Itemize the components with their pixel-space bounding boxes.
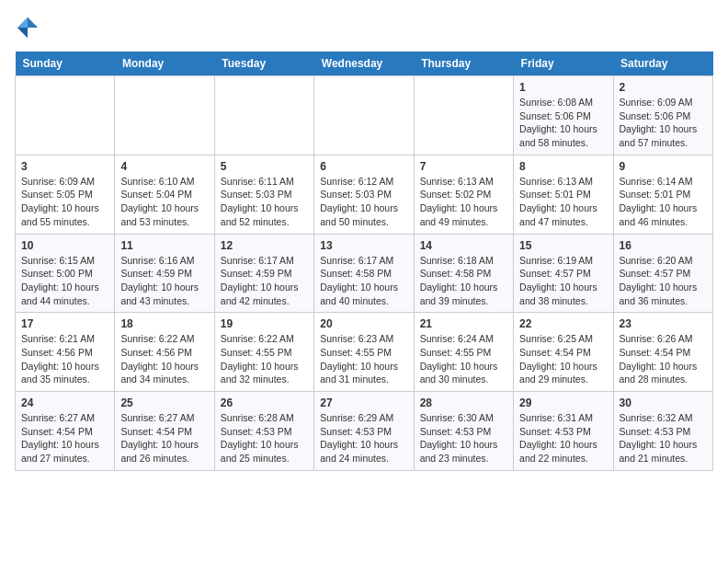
calendar-day-cell: 8Sunrise: 6:13 AMSunset: 5:01 PMDaylight…: [514, 155, 613, 234]
svg-marker-2: [17, 28, 28, 38]
day-number: 30: [620, 396, 707, 409]
day-number: 6: [320, 160, 407, 173]
day-info: Sunrise: 6:13 AMSunset: 5:02 PMDaylight:…: [420, 175, 507, 229]
weekday-header-cell: Thursday: [414, 52, 513, 76]
day-info: Sunrise: 6:27 AMSunset: 4:54 PMDaylight:…: [21, 411, 108, 465]
day-info: Sunrise: 6:28 AMSunset: 4:53 PMDaylight:…: [221, 411, 308, 465]
calendar-day-cell: 7Sunrise: 6:13 AMSunset: 5:02 PMDaylight…: [414, 155, 513, 234]
day-info: Sunrise: 6:21 AMSunset: 4:56 PMDaylight:…: [21, 332, 108, 386]
day-info: Sunrise: 6:18 AMSunset: 4:58 PMDaylight:…: [420, 254, 507, 308]
calendar-week-row: 17Sunrise: 6:21 AMSunset: 4:56 PMDayligh…: [16, 313, 713, 392]
calendar-day-cell: 26Sunrise: 6:28 AMSunset: 4:53 PMDayligh…: [214, 392, 313, 471]
calendar-day-cell: 16Sunrise: 6:20 AMSunset: 4:57 PMDayligh…: [613, 234, 712, 313]
calendar-table: SundayMondayTuesdayWednesdayThursdayFrid…: [15, 52, 713, 471]
day-number: 27: [320, 396, 407, 409]
day-info: Sunrise: 6:12 AMSunset: 5:03 PMDaylight:…: [320, 175, 407, 229]
calendar-day-cell: 11Sunrise: 6:16 AMSunset: 4:59 PMDayligh…: [115, 234, 214, 313]
day-info: Sunrise: 6:11 AMSunset: 5:03 PMDaylight:…: [221, 175, 308, 229]
day-info: Sunrise: 6:30 AMSunset: 4:53 PMDaylight:…: [420, 411, 507, 465]
day-info: Sunrise: 6:15 AMSunset: 5:00 PMDaylight:…: [21, 254, 108, 308]
day-number: 5: [221, 160, 308, 173]
logo: [15, 15, 44, 40]
calendar-day-cell: 23Sunrise: 6:26 AMSunset: 4:54 PMDayligh…: [613, 313, 712, 392]
day-number: 1: [519, 81, 607, 94]
weekday-header-cell: Tuesday: [214, 52, 313, 76]
day-info: Sunrise: 6:17 AMSunset: 4:58 PMDaylight:…: [320, 254, 407, 308]
calendar-day-cell: 18Sunrise: 6:22 AMSunset: 4:56 PMDayligh…: [115, 313, 214, 392]
calendar-day-cell: 25Sunrise: 6:27 AMSunset: 4:54 PMDayligh…: [115, 392, 214, 471]
calendar-body: 1Sunrise: 6:08 AMSunset: 5:06 PMDaylight…: [16, 76, 713, 471]
page-header: [15, 15, 713, 40]
weekday-header-cell: Sunday: [16, 52, 115, 76]
calendar-day-cell: 24Sunrise: 6:27 AMSunset: 4:54 PMDayligh…: [16, 392, 115, 471]
calendar-day-cell: 22Sunrise: 6:25 AMSunset: 4:54 PMDayligh…: [514, 313, 613, 392]
calendar-day-cell: 19Sunrise: 6:22 AMSunset: 4:55 PMDayligh…: [214, 313, 313, 392]
day-number: 14: [420, 239, 507, 252]
day-number: 29: [519, 396, 607, 409]
day-number: 19: [221, 317, 308, 330]
day-info: Sunrise: 6:20 AMSunset: 4:57 PMDaylight:…: [620, 254, 707, 308]
day-number: 26: [221, 396, 308, 409]
calendar-day-cell: 29Sunrise: 6:31 AMSunset: 4:53 PMDayligh…: [514, 392, 613, 471]
calendar-day-cell: [214, 76, 313, 155]
day-number: 12: [221, 239, 308, 252]
day-number: 17: [21, 317, 108, 330]
calendar-day-cell: [16, 76, 115, 155]
weekday-header-cell: Saturday: [613, 52, 712, 76]
day-number: 4: [120, 160, 208, 173]
weekday-header-row: SundayMondayTuesdayWednesdayThursdayFrid…: [16, 52, 713, 76]
calendar-day-cell: [314, 76, 414, 155]
day-info: Sunrise: 6:25 AMSunset: 4:54 PMDaylight:…: [519, 332, 607, 386]
calendar-day-cell: 4Sunrise: 6:10 AMSunset: 5:04 PMDaylight…: [115, 155, 214, 234]
day-info: Sunrise: 6:17 AMSunset: 4:59 PMDaylight:…: [221, 254, 308, 308]
calendar-day-cell: 5Sunrise: 6:11 AMSunset: 5:03 PMDaylight…: [214, 155, 313, 234]
day-number: 11: [120, 239, 208, 252]
svg-marker-0: [28, 17, 38, 28]
day-info: Sunrise: 6:27 AMSunset: 4:54 PMDaylight:…: [120, 411, 208, 465]
calendar-week-row: 10Sunrise: 6:15 AMSunset: 5:00 PMDayligh…: [16, 234, 713, 313]
day-number: 9: [620, 160, 707, 173]
weekday-header-cell: Wednesday: [314, 52, 414, 76]
calendar-day-cell: 3Sunrise: 6:09 AMSunset: 5:05 PMDaylight…: [16, 155, 115, 234]
calendar-day-cell: 17Sunrise: 6:21 AMSunset: 4:56 PMDayligh…: [16, 313, 115, 392]
calendar-week-row: 24Sunrise: 6:27 AMSunset: 4:54 PMDayligh…: [16, 392, 713, 471]
calendar-day-cell: 10Sunrise: 6:15 AMSunset: 5:00 PMDayligh…: [16, 234, 115, 313]
calendar-week-row: 3Sunrise: 6:09 AMSunset: 5:05 PMDaylight…: [16, 155, 713, 234]
calendar-day-cell: 14Sunrise: 6:18 AMSunset: 4:58 PMDayligh…: [414, 234, 513, 313]
day-number: 3: [21, 160, 108, 173]
calendar-day-cell: 1Sunrise: 6:08 AMSunset: 5:06 PMDaylight…: [514, 76, 613, 155]
calendar-day-cell: 13Sunrise: 6:17 AMSunset: 4:58 PMDayligh…: [314, 234, 414, 313]
day-number: 18: [120, 317, 208, 330]
day-number: 25: [120, 396, 208, 409]
day-info: Sunrise: 6:24 AMSunset: 4:55 PMDaylight:…: [420, 332, 507, 386]
weekday-header-cell: Monday: [115, 52, 214, 76]
calendar-day-cell: 12Sunrise: 6:17 AMSunset: 4:59 PMDayligh…: [214, 234, 313, 313]
day-info: Sunrise: 6:19 AMSunset: 4:57 PMDaylight:…: [519, 254, 607, 308]
calendar-day-cell: 9Sunrise: 6:14 AMSunset: 5:01 PMDaylight…: [613, 155, 712, 234]
calendar-day-cell: [115, 76, 214, 155]
day-info: Sunrise: 6:09 AMSunset: 5:06 PMDaylight:…: [620, 96, 707, 150]
day-number: 20: [320, 317, 407, 330]
calendar-day-cell: 20Sunrise: 6:23 AMSunset: 4:55 PMDayligh…: [314, 313, 414, 392]
calendar-day-cell: 27Sunrise: 6:29 AMSunset: 4:53 PMDayligh…: [314, 392, 414, 471]
logo-icon: [15, 15, 40, 40]
day-info: Sunrise: 6:32 AMSunset: 4:53 PMDaylight:…: [620, 411, 707, 465]
day-info: Sunrise: 6:26 AMSunset: 4:54 PMDaylight:…: [620, 332, 707, 386]
day-number: 21: [420, 317, 507, 330]
calendar-day-cell: 15Sunrise: 6:19 AMSunset: 4:57 PMDayligh…: [514, 234, 613, 313]
calendar-day-cell: [414, 76, 513, 155]
day-info: Sunrise: 6:23 AMSunset: 4:55 PMDaylight:…: [320, 332, 407, 386]
calendar-day-cell: 6Sunrise: 6:12 AMSunset: 5:03 PMDaylight…: [314, 155, 414, 234]
day-info: Sunrise: 6:22 AMSunset: 4:56 PMDaylight:…: [120, 332, 208, 386]
day-info: Sunrise: 6:29 AMSunset: 4:53 PMDaylight:…: [320, 411, 407, 465]
day-number: 16: [620, 239, 707, 252]
calendar-week-row: 1Sunrise: 6:08 AMSunset: 5:06 PMDaylight…: [16, 76, 713, 155]
calendar-day-cell: 28Sunrise: 6:30 AMSunset: 4:53 PMDayligh…: [414, 392, 513, 471]
day-info: Sunrise: 6:10 AMSunset: 5:04 PMDaylight:…: [120, 175, 208, 229]
day-info: Sunrise: 6:31 AMSunset: 4:53 PMDaylight:…: [519, 411, 607, 465]
day-number: 2: [620, 81, 707, 94]
day-number: 10: [21, 239, 108, 252]
day-info: Sunrise: 6:22 AMSunset: 4:55 PMDaylight:…: [221, 332, 308, 386]
calendar-day-cell: 2Sunrise: 6:09 AMSunset: 5:06 PMDaylight…: [613, 76, 712, 155]
day-info: Sunrise: 6:08 AMSunset: 5:06 PMDaylight:…: [519, 96, 607, 150]
